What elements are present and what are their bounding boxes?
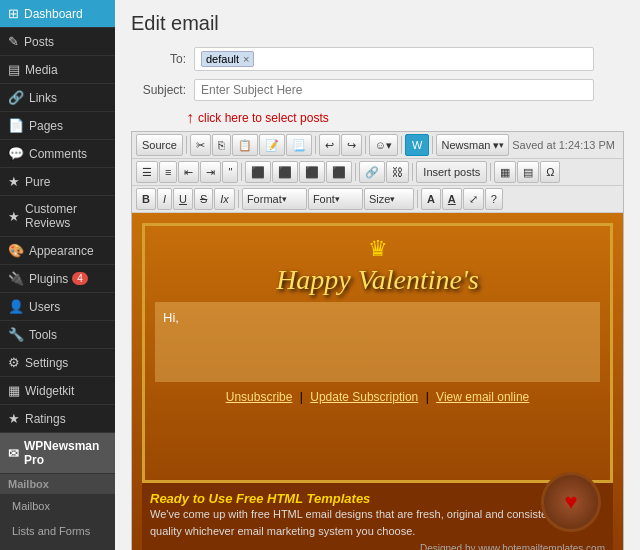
- align-justify-button[interactable]: ⬛: [326, 161, 352, 183]
- sidebar-item-comments[interactable]: 💬 Comments: [0, 140, 115, 168]
- pages-icon: 📄: [8, 118, 24, 133]
- sidebar-item-pages[interactable]: 📄 Pages: [0, 112, 115, 140]
- sidebar-item-links[interactable]: 🔗 Links: [0, 84, 115, 112]
- sidebar-label-tools: Tools: [29, 328, 57, 342]
- strikethrough-button[interactable]: S: [194, 188, 213, 210]
- insert-posts-button[interactable]: Insert posts: [416, 161, 487, 183]
- copy-button[interactable]: ⎘: [212, 134, 231, 156]
- unsubscribe-link[interactable]: Unsubscribe: [226, 390, 293, 404]
- align-right-button[interactable]: ⬛: [299, 161, 325, 183]
- sidebar-item-email-templates[interactable]: Email Templates: [0, 544, 115, 550]
- sidebar-label-ratings: Ratings: [25, 412, 66, 426]
- toolbar-row-1: Source ✂ ⎘ 📋 📝 📃 ↩ ↪ ☺▾ W Newsman ▾ Save…: [132, 132, 623, 159]
- list-unordered-button[interactable]: ☰: [136, 161, 158, 183]
- sidebar-item-appearance[interactable]: 🎨 Appearance: [0, 237, 115, 265]
- settings-icon: ⚙: [8, 355, 20, 370]
- reviews-icon: ★: [8, 209, 20, 224]
- special-format-button[interactable]: Ix: [214, 188, 235, 210]
- plugins-icon: 🔌: [8, 271, 24, 286]
- font-color-button[interactable]: A: [421, 188, 441, 210]
- main-content: Edit email To: default × Subject: ↑ clic…: [115, 0, 640, 550]
- toolbar-separator-5: [432, 136, 433, 154]
- align-center-button[interactable]: ⬛: [272, 161, 298, 183]
- underline-button[interactable]: U: [173, 188, 193, 210]
- newsman-select[interactable]: Newsman ▾: [436, 134, 509, 156]
- cut-button[interactable]: ✂: [190, 134, 211, 156]
- sidebar-item-ratings[interactable]: ★ Ratings: [0, 405, 115, 433]
- sidebar-item-tools[interactable]: 🔧 Tools: [0, 321, 115, 349]
- sidebar-label-widgetkit: Widgetkit: [25, 384, 74, 398]
- toolbar-separator-10: [238, 190, 239, 208]
- email-header: ♛ Happy Valentine's: [155, 236, 600, 296]
- maximize-button[interactable]: ⤢: [463, 188, 484, 210]
- undo-button[interactable]: ↩: [319, 134, 340, 156]
- toolbar-separator-3: [365, 136, 366, 154]
- paste-word-button[interactable]: 📃: [286, 134, 312, 156]
- sidebar-item-users[interactable]: 👤 Users: [0, 293, 115, 321]
- size-select[interactable]: Size: [364, 188, 414, 210]
- sidebar-item-dashboard[interactable]: ⊞ Dashboard: [0, 0, 115, 28]
- sidebar-label-media: Media: [25, 63, 58, 77]
- toolbar-separator-11: [417, 190, 418, 208]
- seal-heart-icon: ♥: [564, 489, 577, 515]
- table-button[interactable]: ▦: [494, 161, 516, 183]
- sidebar-label-dashboard: Dashboard: [24, 7, 83, 21]
- paste-button[interactable]: 📋: [232, 134, 258, 156]
- subject-label: Subject:: [131, 83, 186, 97]
- sidebar-item-plugins[interactable]: 🔌 Plugins 4: [0, 265, 115, 293]
- bold-button[interactable]: B: [136, 188, 156, 210]
- sidebar-item-wpnewsman[interactable]: ✉ WPNewsman Pro: [0, 433, 115, 474]
- to-tag-close[interactable]: ×: [243, 53, 249, 65]
- link-button[interactable]: 🔗: [359, 161, 385, 183]
- sidebar-label-posts: Posts: [24, 35, 54, 49]
- view-online-link[interactable]: View email online: [436, 390, 529, 404]
- sidebar-label-pages: Pages: [29, 119, 63, 133]
- indent-button[interactable]: ⇥: [200, 161, 221, 183]
- update-subscription-link[interactable]: Update Subscription: [310, 390, 418, 404]
- email-preview: ♛ Happy Valentine's Hi, Unsubscribe | Up…: [132, 213, 623, 550]
- arrow-up-icon: ↑: [186, 109, 194, 127]
- help-button[interactable]: ?: [485, 188, 503, 210]
- sidebar-item-lists-forms[interactable]: Lists and Forms: [0, 519, 115, 544]
- bg-color-button[interactable]: A: [442, 188, 462, 210]
- toolbar-separator-8: [412, 163, 413, 181]
- smileys-button[interactable]: ☺▾: [369, 134, 398, 156]
- toolbar-separator-1: [186, 136, 187, 154]
- sidebar-item-widgetkit[interactable]: ▦ Widgetkit: [0, 377, 115, 405]
- format-select[interactable]: Format: [242, 188, 307, 210]
- to-field-value: default ×: [194, 47, 594, 71]
- email-title: Happy Valentine's: [155, 264, 600, 296]
- media-icon: ▤: [8, 62, 20, 77]
- email-body-text: Hi,: [163, 310, 179, 325]
- to-field-row: To: default ×: [131, 47, 624, 71]
- email-body-area[interactable]: Hi,: [155, 302, 600, 382]
- sidebar-item-pure[interactable]: ★ Pure: [0, 168, 115, 196]
- toolbar-separator-7: [355, 163, 356, 181]
- font-select[interactable]: Font: [308, 188, 363, 210]
- sidebar-item-mailbox[interactable]: Mailbox: [0, 494, 115, 519]
- unlink-button[interactable]: ⛓: [386, 161, 409, 183]
- tools-icon: 🔧: [8, 327, 24, 342]
- sidebar-item-posts[interactable]: ✎ Posts: [0, 28, 115, 56]
- to-tag: default ×: [201, 51, 254, 67]
- blockquote-button[interactable]: ": [222, 161, 238, 183]
- redo-button[interactable]: ↪: [341, 134, 362, 156]
- sidebar-label-appearance: Appearance: [29, 244, 94, 258]
- sidebar-item-media[interactable]: ▤ Media: [0, 56, 115, 84]
- source-button[interactable]: Source: [136, 134, 183, 156]
- align-left-button[interactable]: ⬛: [245, 161, 271, 183]
- list-ordered-button[interactable]: ≡: [159, 161, 177, 183]
- sidebar-item-settings[interactable]: ⚙ Settings: [0, 349, 115, 377]
- sidebar-item-customer-reviews[interactable]: ★ Customer Reviews: [0, 196, 115, 237]
- email-inner: ♛ Happy Valentine's Hi, Unsubscribe | Up…: [142, 223, 613, 483]
- table-row-button[interactable]: ▤: [517, 161, 539, 183]
- paste-text-button[interactable]: 📝: [259, 134, 285, 156]
- wordpress-button[interactable]: W: [405, 134, 429, 156]
- special-chars-button[interactable]: Ω: [540, 161, 560, 183]
- subject-input[interactable]: [194, 79, 594, 101]
- sidebar-label-links: Links: [29, 91, 57, 105]
- italic-button[interactable]: I: [157, 188, 172, 210]
- outdent-button[interactable]: ⇤: [178, 161, 199, 183]
- click-hint: ↑ click here to select posts: [186, 109, 624, 127]
- wpnewsman-icon: ✉: [8, 446, 19, 461]
